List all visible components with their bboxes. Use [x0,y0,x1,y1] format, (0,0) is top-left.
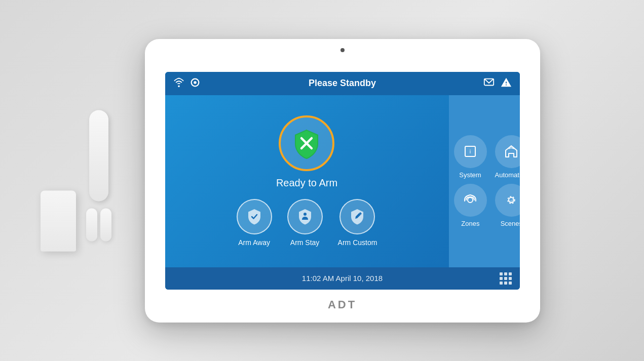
arm-custom-button[interactable]: Arm Custom [338,199,377,247]
status-title: Please Standby [286,78,399,89]
scenes-button[interactable]: Scenes [495,184,520,227]
apps-button[interactable] [500,272,512,285]
arm-stay-label: Arm Stay [290,238,320,247]
timestamp: 11:02 AM April 10, 2018 [302,274,383,283]
contact-sensor-small-1 [86,208,97,241]
shield-container: Ready to Arm [276,115,337,189]
warning-icon[interactable] [501,77,512,90]
automation-label: Automation [495,171,520,179]
main-content: Ready to Arm Ar [165,95,520,267]
action-row: Arm Away [237,199,377,247]
motion-sensor [41,190,76,251]
wifi-icon [173,77,184,90]
contact-sensor-group [86,110,111,241]
screen: Please Standby [165,72,520,290]
svg-point-5 [304,213,307,216]
automation-button[interactable]: Automation [495,135,520,179]
arm-away-label: Arm Away [238,238,270,247]
brand-label: ADT [328,298,357,311]
message-icon[interactable] [483,77,495,90]
system-label: System [459,171,481,179]
grid-row-2: Zones [454,184,520,227]
ready-to-arm-button[interactable] [279,115,334,171]
svg-point-8 [468,197,473,203]
arm-away-button[interactable]: Arm Away [237,199,272,247]
arm-custom-label: Arm Custom [338,238,377,247]
arm-stay-button[interactable]: Arm Stay [287,199,323,247]
grid-row-1: i System [454,135,520,179]
svg-text:i: i [470,148,471,154]
adt-panel: Please Standby [145,39,540,323]
zones-label: Zones [461,220,479,227]
right-panel: i System [449,95,520,267]
zones-button[interactable]: Zones [454,184,487,227]
hardware-devices [41,110,111,251]
contact-sensor-small-2 [100,208,111,241]
left-panel: Ready to Arm Ar [165,95,449,267]
scenes-label: Scenes [501,220,520,227]
system-button[interactable]: i System [454,135,487,179]
sync-icon [190,77,201,90]
contact-sensor-tall [89,110,108,201]
scene: Please Standby [0,0,644,361]
ready-to-arm-label: Ready to Arm [276,177,337,189]
bottom-bar: 11:02 AM April 10, 2018 [165,267,520,290]
svg-point-1 [194,81,197,84]
status-bar: Please Standby [165,72,520,95]
